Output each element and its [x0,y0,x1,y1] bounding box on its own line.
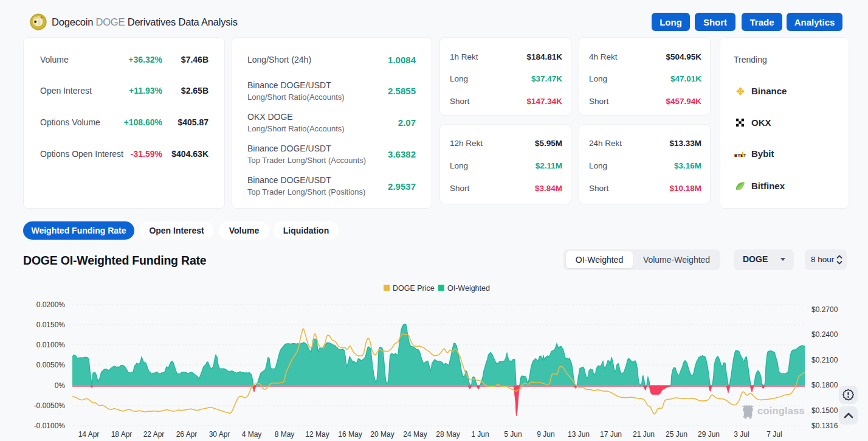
svg-text:BYB: BYB [734,153,743,158]
svg-text:T: T [743,153,746,158]
